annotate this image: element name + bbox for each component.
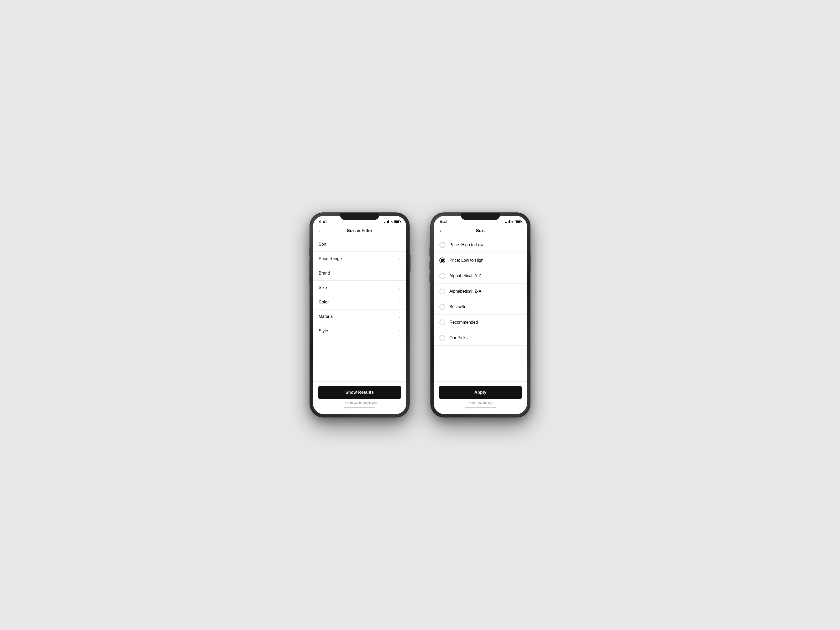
radio-our-picks xyxy=(439,335,445,341)
phone-1: 9:41 ∿ ← Sort & Filter xyxy=(310,213,409,417)
screen-header-2: ← Sort xyxy=(434,225,527,237)
sort-item-alpha-za[interactable]: Alphabetical: Z-A xyxy=(434,284,527,299)
radio-inner-selected xyxy=(441,259,444,262)
chevron-icon-material: › xyxy=(399,314,401,319)
chevron-icon-price-range: › xyxy=(399,256,401,261)
signal-icon-1 xyxy=(384,220,389,223)
back-button-1[interactable]: ← xyxy=(318,228,324,234)
radio-price-low-high xyxy=(439,257,445,263)
sort-list: Price: High to Low Price: Low to High Al… xyxy=(434,237,527,381)
filter-item-style[interactable]: Style › xyxy=(313,324,406,338)
filter-label-brand: Brand xyxy=(319,271,330,276)
chevron-icon-sort: › xyxy=(399,242,401,247)
home-indicator-2 xyxy=(465,407,496,408)
filter-label-material: Material xyxy=(319,314,334,319)
status-time-1: 9:41 xyxy=(319,219,327,224)
screen-2: 9:41 ∿ ← Sort xyxy=(434,216,527,414)
chevron-icon-color: › xyxy=(399,300,401,305)
filter-list: Sort › Price Range › Brand › Size › Colo… xyxy=(313,237,406,381)
screen-bottom-1: Show Results 32 item will be displayed xyxy=(313,381,406,414)
wifi-icon-1: ∿ xyxy=(390,220,393,223)
sort-label-bestseller: Bestseller xyxy=(449,305,468,309)
radio-alpha-za xyxy=(439,289,445,294)
screen-header-1: ← Sort & Filter xyxy=(313,225,406,237)
results-subtitle: 32 item will be displayed xyxy=(318,401,401,405)
wifi-icon-2: ∿ xyxy=(511,220,514,223)
battery-icon-1 xyxy=(394,220,400,223)
filter-item-material[interactable]: Material › xyxy=(313,309,406,324)
status-icons-1: ∿ xyxy=(384,220,400,223)
radio-price-high-low xyxy=(439,242,445,248)
sort-label-alpha-za: Alphabetical: Z-A xyxy=(449,289,482,294)
phone-frame-2: 9:41 ∿ ← Sort xyxy=(431,213,530,417)
chevron-icon-brand: › xyxy=(399,271,401,276)
sort-label-price-low-high: Price: Low to High xyxy=(449,258,483,263)
filter-item-color[interactable]: Color › xyxy=(313,295,406,309)
chevron-icon-style: › xyxy=(399,328,401,333)
apply-subtitle: Price: Low to High xyxy=(439,401,522,405)
radio-bestseller xyxy=(439,304,445,310)
sort-item-recommended[interactable]: Recommended xyxy=(434,315,527,330)
filter-label-price-range: Price Range xyxy=(319,256,342,261)
screen-1: 9:41 ∿ ← Sort & Filter xyxy=(313,216,406,414)
signal-icon-2 xyxy=(505,220,510,223)
sort-label-alpha-az: Alphabetical: A-Z xyxy=(449,273,481,278)
phone-frame-1: 9:41 ∿ ← Sort & Filter xyxy=(310,213,409,417)
apply-button[interactable]: Apply xyxy=(439,386,522,399)
home-indicator-1 xyxy=(344,407,375,408)
header-title-2: Sort xyxy=(476,228,485,234)
sort-label-recommended: Recommended xyxy=(449,320,478,325)
filter-label-size: Size xyxy=(319,285,327,290)
radio-alpha-az xyxy=(439,273,445,279)
notch-1 xyxy=(340,213,379,220)
sort-item-our-picks[interactable]: Our Picks xyxy=(434,330,527,346)
filter-item-size[interactable]: Size › xyxy=(313,281,406,295)
notch-2 xyxy=(461,213,500,220)
sort-item-bestseller[interactable]: Bestseller xyxy=(434,299,527,315)
battery-icon-2 xyxy=(515,220,521,223)
chevron-icon-size: › xyxy=(399,285,401,290)
filter-item-brand[interactable]: Brand › xyxy=(313,266,406,281)
sort-item-alpha-az[interactable]: Alphabetical: A-Z xyxy=(434,268,527,284)
sort-item-price-low-high[interactable]: Price: Low to High xyxy=(434,253,527,268)
phone-2: 9:41 ∿ ← Sort xyxy=(431,213,530,417)
filter-label-style: Style xyxy=(319,328,328,333)
screen-bottom-2: Apply Price: Low to High xyxy=(434,381,527,414)
sort-item-price-high-low[interactable]: Price: High to Low xyxy=(434,237,527,253)
show-results-button[interactable]: Show Results xyxy=(318,386,401,399)
sort-label-our-picks: Our Picks xyxy=(449,335,467,340)
filter-item-sort[interactable]: Sort › xyxy=(313,237,406,252)
filter-label-sort: Sort xyxy=(319,242,326,247)
header-title-1: Sort & Filter xyxy=(347,228,372,234)
filter-label-color: Color xyxy=(319,300,328,305)
sort-label-price-high-low: Price: High to Low xyxy=(449,243,483,247)
filter-item-price-range[interactable]: Price Range › xyxy=(313,252,406,266)
status-time-2: 9:41 xyxy=(440,219,448,224)
status-icons-2: ∿ xyxy=(505,220,521,223)
back-button-2[interactable]: ← xyxy=(439,228,444,234)
radio-recommended xyxy=(439,319,445,325)
